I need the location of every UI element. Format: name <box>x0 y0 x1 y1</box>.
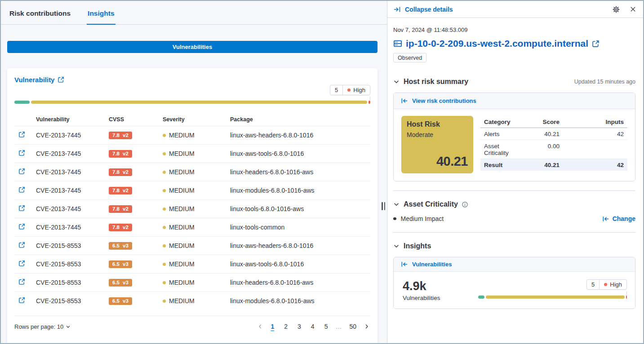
package-name: linux-modules-6.8.0-1016-aws <box>230 187 370 194</box>
medium-severity-dot-icon <box>163 207 166 211</box>
tabs-bar: Risk contributions Insights <box>1 1 387 25</box>
page-number[interactable]: 3 <box>294 322 304 331</box>
host-risk-panel: View risk contributions Host Risk Modera… <box>393 93 635 181</box>
vulnerabilities-panel-button[interactable]: Vulnerabilities <box>394 257 635 272</box>
expand-left-icon <box>401 97 408 104</box>
col-header-severity: Severity <box>163 116 230 123</box>
high-severity-dot-icon <box>604 283 607 286</box>
package-name: linux-aws-tools-6.8.0-1016 <box>230 260 370 268</box>
severity-label: MEDIUM <box>169 260 195 268</box>
cve-id: CVE-2013-7445 <box>36 150 109 157</box>
host-risk-summary-title: Host risk summary <box>404 78 468 86</box>
high-severity-dot-icon <box>347 88 351 92</box>
open-vulnerability-icon[interactable] <box>18 186 25 193</box>
open-vulnerability-icon[interactable] <box>18 205 25 212</box>
medium-severity-dot-icon <box>163 189 166 192</box>
app-window: Risk contributions Insights Vulnerabilit… <box>0 0 644 344</box>
external-link-icon[interactable] <box>592 40 600 48</box>
asset-criticality-title: Asset Criticality <box>404 200 458 208</box>
settings-gear-icon[interactable] <box>613 6 620 13</box>
cve-id: CVE-2013-7445 <box>36 187 109 194</box>
vulnerability-link[interactable]: Vulnerability <box>14 76 54 84</box>
tab-risk-contributions[interactable]: Risk contributions <box>9 3 71 25</box>
chevron-down-icon[interactable] <box>393 79 400 85</box>
change-criticality-button[interactable]: Change <box>602 215 635 222</box>
chevron-down-icon[interactable] <box>393 201 400 207</box>
open-vulnerability-icon[interactable] <box>18 297 25 304</box>
cve-id: CVE-2013-7445 <box>36 168 109 176</box>
severity-segment-medium <box>31 101 367 104</box>
package-name: linux-aws-headers-6.8.0-1016 <box>230 242 370 249</box>
expand-left-icon <box>401 261 408 268</box>
rows-per-page-label: Rows per page: 10 <box>14 323 63 330</box>
previous-page-button[interactable] <box>257 324 264 329</box>
page-number[interactable]: 4 <box>308 322 318 331</box>
cve-id: CVE-2015-8553 <box>36 242 109 249</box>
insights-header: Insights <box>393 242 635 250</box>
host-title-link[interactable]: ip-10-0-2-209.us-west-2.compute.internal <box>393 38 635 49</box>
risk-col-score: Score <box>520 119 560 125</box>
open-vulnerability-icon[interactable] <box>18 223 25 230</box>
high-count: 5 <box>330 85 343 95</box>
severity-segment-low <box>14 101 30 104</box>
info-icon[interactable] <box>462 201 468 208</box>
medium-severity-dot-icon <box>163 244 166 247</box>
open-vulnerability-icon[interactable] <box>18 131 25 138</box>
medium-severity-dot-icon <box>163 281 166 284</box>
open-vulnerability-icon[interactable] <box>18 242 25 248</box>
page-number[interactable]: 5 <box>321 322 331 331</box>
details-flyout: Collapse details Nov 7, 2024 @ 11:48:53 <box>387 1 643 343</box>
severity-label: MEDIUM <box>169 279 195 286</box>
cve-id: CVE-2013-7445 <box>36 132 109 139</box>
chevron-down-icon <box>66 324 71 329</box>
view-risk-contributions-button[interactable]: View risk contributions <box>394 93 635 109</box>
vulnerabilities-banner-button[interactable]: Vulnerabilities <box>7 41 378 53</box>
page-number[interactable]: 2 <box>281 322 291 331</box>
collapse-details-button[interactable]: Collapse details <box>394 6 453 13</box>
close-icon[interactable] <box>630 6 636 13</box>
external-link-icon[interactable] <box>58 76 64 83</box>
next-page-button[interactable] <box>363 324 370 329</box>
vulnerabilities-panel-label: Vulnerabilities <box>412 261 452 268</box>
open-vulnerability-icon[interactable] <box>18 260 25 267</box>
open-vulnerability-icon[interactable] <box>18 168 25 175</box>
package-name: linux-headers-6.8.0-1016-aws <box>230 279 370 286</box>
medium-severity-dot-icon <box>163 152 166 155</box>
rows-per-page-selector[interactable]: Rows per page: 10 <box>14 323 71 330</box>
updated-timestamp: Updated 15 minutes ago <box>574 79 635 85</box>
table-row: CVE-2013-7445 7.8 v2 MEDIUM linux-header… <box>14 163 370 181</box>
cve-id: CVE-2015-8553 <box>36 297 109 304</box>
medium-severity-dot-icon <box>163 134 166 137</box>
panel-resize-handle[interactable] <box>382 202 385 210</box>
open-vulnerability-icon[interactable] <box>18 278 25 285</box>
cvss-badge: 6.5 v3 <box>109 242 132 250</box>
pagination: 1 2 3 4 5 … 50 <box>257 322 370 331</box>
hostname: ip-10-0-2-209.us-west-2.compute.internal <box>406 38 588 49</box>
open-vulnerability-icon[interactable] <box>18 150 25 156</box>
page-number[interactable]: 1 <box>267 322 277 331</box>
host-risk-score-card: Host Risk Moderate 40.21 <box>401 116 473 173</box>
page-number[interactable]: 50 <box>346 322 360 331</box>
severity-segment-high <box>626 295 627 299</box>
insights-vulnerabilities-panel: Vulnerabilities 4.9k Vulnerabilities 5 <box>393 257 635 309</box>
risk-table-row: Asset Criticality 0.00 <box>480 140 627 159</box>
high-count-badge: 5 High <box>330 85 370 95</box>
tab-insights[interactable]: Insights <box>87 3 115 25</box>
severity-label: MEDIUM <box>169 205 195 212</box>
severity-label: MEDIUM <box>169 150 195 157</box>
risk-table-row: Result 40.21 42 <box>480 159 627 171</box>
table-row: CVE-2015-8553 6.5 v3 MEDIUM linux-aws-to… <box>14 255 370 273</box>
cvss-badge: 7.8 v2 <box>109 187 132 194</box>
chevron-down-icon[interactable] <box>393 243 400 249</box>
cvss-badge: 6.5 v3 <box>109 260 132 268</box>
cvss-badge: 6.5 v3 <box>109 297 132 305</box>
high-label: High <box>353 87 365 93</box>
left-pane: Risk contributions Insights Vulnerabilit… <box>1 1 387 343</box>
cvss-badge: 6.5 v3 <box>109 279 132 287</box>
risk-table-row: Alerts 40.21 42 <box>480 128 627 140</box>
insights-title: Insights <box>404 242 431 250</box>
high-label: High <box>610 281 622 288</box>
table-row: CVE-2015-8553 6.5 v3 MEDIUM linux-header… <box>14 273 370 291</box>
impact-dot-icon <box>393 217 396 221</box>
severity-segment-high <box>369 101 370 104</box>
